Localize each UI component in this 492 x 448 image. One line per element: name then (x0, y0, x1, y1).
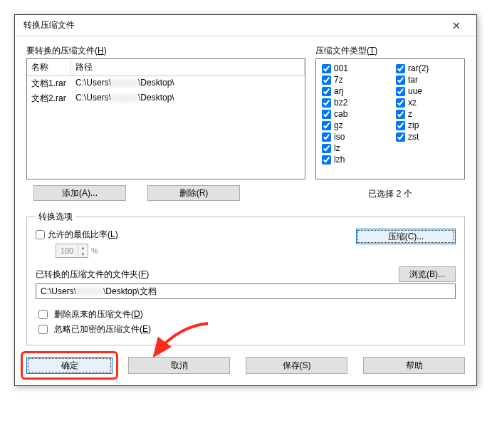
ratio-value: 100 (56, 244, 78, 257)
type-input[interactable] (396, 132, 405, 142)
spinner-up-icon[interactable]: ▲ (78, 244, 88, 251)
type-checkbox-gz[interactable]: gz (322, 120, 384, 130)
type-checkbox-uue[interactable]: uue (396, 86, 459, 96)
type-checkbox-bz2[interactable]: bz2 (322, 98, 384, 108)
close-button[interactable] (442, 16, 471, 36)
type-checkbox-7z[interactable]: 7z (322, 75, 384, 85)
file-name: 文档2.rar (27, 91, 71, 106)
types-box: 0017zarjbz2cabgzisolzlzh rar(2)taruuexzz… (315, 58, 465, 179)
type-label: tar (408, 75, 418, 85)
type-input[interactable] (396, 110, 405, 119)
type-input[interactable] (322, 132, 331, 142)
min-ratio-checkbox[interactable]: 允许的最低比率(L) (36, 229, 118, 241)
type-input[interactable] (396, 98, 405, 108)
type-checkbox-001[interactable]: 001 (322, 63, 384, 73)
redacted-text (111, 95, 138, 102)
help-button[interactable]: 帮助 (363, 357, 465, 374)
type-input[interactable] (322, 155, 331, 165)
spinner-down-icon[interactable]: ▼ (78, 251, 88, 257)
titlebar: 转换压缩文件 (15, 15, 476, 36)
type-input[interactable] (322, 64, 331, 73)
save-button[interactable]: 保存(S) (246, 357, 347, 374)
add-button[interactable]: 添加(A)... (33, 185, 126, 201)
types-label: 压缩文件类型(T) (315, 45, 465, 57)
delete-original-checkbox[interactable]: 删除原来的压缩文件(D) (36, 308, 456, 321)
type-input[interactable] (322, 121, 331, 130)
min-ratio-input[interactable] (36, 230, 45, 239)
file-row[interactable]: 文档1.rarC:\Users\\Desktop\ (27, 76, 305, 91)
files-label: 要转换的压缩文件(H) (26, 45, 305, 57)
type-checkbox-z[interactable]: z (396, 109, 459, 119)
type-checkbox-arj[interactable]: arj (322, 86, 384, 96)
type-label: zst (408, 132, 419, 142)
type-label: rar(2) (408, 63, 429, 73)
delete-original-input[interactable] (38, 310, 48, 319)
type-checkbox-zip[interactable]: zip (396, 120, 459, 130)
type-label: bz2 (334, 98, 347, 108)
dialog-title: 转换压缩文件 (23, 19, 75, 31)
compress-button[interactable]: 压缩(C)... (356, 229, 456, 244)
files-listbox[interactable]: 名称 路径 文档1.rarC:\Users\\Desktop\文档2.rarC:… (26, 58, 305, 179)
type-checkbox-zst[interactable]: zst (396, 132, 459, 142)
type-label: 001 (334, 63, 348, 73)
ratio-pct: % (91, 246, 98, 255)
file-row[interactable]: 文档2.rarC:\Users\\Desktop\ (27, 91, 305, 106)
type-checkbox-cab[interactable]: cab (322, 109, 384, 119)
file-path: C:\Users\\Desktop\ (71, 91, 305, 106)
type-checkbox-xz[interactable]: xz (396, 98, 459, 108)
type-label: iso (334, 132, 345, 142)
skip-encrypted-input[interactable] (38, 325, 48, 334)
type-label: cab (334, 109, 347, 119)
redacted-text (111, 80, 138, 87)
type-label: z (408, 109, 412, 119)
ok-button[interactable]: 确定 (26, 357, 112, 374)
type-checkbox-lzh[interactable]: lzh (322, 155, 384, 165)
type-input[interactable] (396, 64, 405, 73)
close-icon (453, 22, 460, 29)
skip-encrypted-checkbox[interactable]: 忽略已加密的压缩文件(E) (36, 323, 456, 336)
redacted-text (76, 288, 103, 295)
type-input[interactable] (396, 87, 405, 96)
file-name: 文档1.rar (27, 76, 71, 91)
convert-archives-dialog: 转换压缩文件 要转换的压缩文件(H) 名称 路径 文档1.rarC:\Users… (14, 14, 477, 386)
type-checkbox-lz[interactable]: lz (322, 143, 384, 153)
type-input[interactable] (322, 87, 331, 96)
remove-button[interactable]: 删除(R) (147, 185, 240, 201)
type-label: uue (408, 86, 422, 96)
type-input[interactable] (322, 75, 331, 85)
selected-count: 已选择 2 个 (315, 188, 465, 200)
type-label: 7z (334, 75, 343, 85)
type-label: xz (408, 98, 417, 108)
ratio-spinner[interactable]: 100 ▲ ▼ (56, 244, 88, 258)
type-input[interactable] (322, 144, 331, 153)
type-checkbox-rar2[interactable]: rar(2) (396, 63, 459, 73)
type-checkbox-tar[interactable]: tar (396, 75, 459, 85)
type-label: gz (334, 120, 343, 130)
type-checkbox-iso[interactable]: iso (322, 132, 384, 142)
cancel-button[interactable]: 取消 (128, 357, 230, 374)
folder-label: 已转换的压缩文件的文件夹(F) (36, 269, 149, 281)
col-header-name[interactable]: 名称 (27, 59, 71, 75)
folder-input[interactable]: C:\Users\\Desktop\文档 (36, 283, 456, 299)
type-label: lzh (334, 155, 345, 165)
browse-button[interactable]: 浏览(B)... (399, 266, 456, 282)
col-header-path[interactable]: 路径 (71, 59, 305, 75)
files-listbox-header: 名称 路径 (27, 59, 305, 76)
file-path: C:\Users\\Desktop\ (71, 76, 305, 91)
type-label: zip (408, 120, 419, 130)
options-fieldset: 转换选项 允许的最低比率(L) 100 ▲ ▼ (26, 211, 465, 345)
type-input[interactable] (322, 98, 331, 108)
type-input[interactable] (396, 75, 405, 85)
type-input[interactable] (396, 121, 405, 130)
type-label: lz (334, 143, 340, 153)
options-legend: 转换选项 (36, 211, 75, 223)
type-label: arj (334, 86, 343, 96)
type-input[interactable] (322, 110, 331, 119)
